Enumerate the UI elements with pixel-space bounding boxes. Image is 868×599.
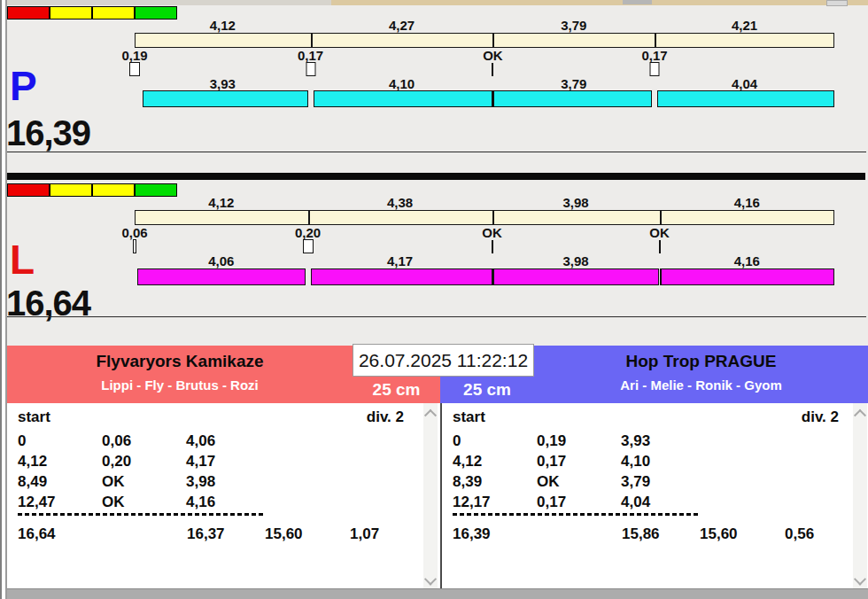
leg-bar-segment (492, 90, 652, 107)
split-time-top: 3,79 (561, 18, 586, 33)
table-cell: 0 (18, 432, 26, 450)
changeover-marker-box (306, 62, 315, 76)
table-cell: 0 (453, 432, 461, 450)
split-time-bottom: 4,16 (734, 253, 760, 268)
scroll-down-button[interactable] (423, 572, 438, 587)
leg-bar-segment (492, 268, 660, 285)
leg-bar-divider (660, 268, 662, 285)
window-bottom-strip (0, 588, 868, 599)
leg-bar-divider (655, 33, 656, 48)
scroll-up-button[interactable] (853, 405, 867, 419)
summary-cell: 1,07 (350, 525, 379, 543)
col-header-start: start (18, 408, 50, 426)
summary-cell: 16,39 (453, 525, 491, 543)
table-cell: 3,93 (621, 432, 650, 450)
table-cell: 0,19 (537, 432, 566, 450)
col-header-start: start (453, 408, 485, 426)
result-list-right[interactable]: startdiv. 200,193,934,120,174,108,39OK3,… (440, 403, 868, 588)
changeover-label: 0,17 (641, 48, 667, 63)
changeover-marker-box (303, 239, 314, 253)
chevron-down-icon (424, 573, 437, 586)
split-time-top: 4,12 (208, 195, 234, 210)
table-cell: OK (102, 494, 125, 511)
table-cell: 4,06 (186, 432, 215, 450)
leg-bar-segment (311, 268, 492, 285)
table-scrollbar[interactable] (853, 403, 867, 588)
table-cell: 12,17 (453, 494, 491, 511)
leg-bar-divider (660, 210, 662, 225)
split-time-bottom: 4,04 (732, 76, 757, 91)
changeover-marker-box (129, 62, 140, 76)
table-cell: 4,17 (186, 453, 215, 471)
split-time-bottom: 3,98 (562, 253, 588, 268)
table-cell: 0,06 (102, 432, 131, 450)
table-cell: 0,17 (537, 453, 566, 471)
table-scrollbar[interactable] (423, 403, 438, 588)
dashed-separator (453, 513, 699, 516)
table-cell: 0,17 (537, 494, 566, 511)
split-time-top: 3,98 (562, 195, 588, 210)
table-cell: 3,79 (621, 473, 650, 491)
changeover-label: OK (649, 225, 670, 240)
table-cell: 8,49 (18, 473, 47, 491)
table-cell: 4,10 (621, 453, 650, 471)
chevron-down-icon (854, 573, 866, 586)
leg-bar-total (135, 33, 834, 48)
table-cell: 4,12 (18, 453, 47, 471)
changeover-label: 0,20 (295, 225, 321, 240)
team-dogs: Ari - Melie - Ronik - Gyom (534, 377, 868, 393)
signal-light-yellow (92, 183, 135, 197)
chevron-up-icon (424, 409, 437, 422)
changeover-label: 0,06 (121, 225, 147, 240)
table-cell: 3,98 (186, 473, 215, 491)
changeover-marker-line (492, 240, 493, 253)
team-dogs: Lippi - Fly - Brutus - Rozi (7, 377, 353, 393)
team-name: Hop Trop PRAGUE (534, 352, 868, 371)
changeover-label: 0,19 (121, 48, 147, 63)
split-time-bottom: 3,93 (210, 76, 236, 91)
jump-height-left: 25 cm (353, 377, 440, 403)
summary-cell: 0,56 (785, 525, 814, 543)
signal-light-green (135, 6, 177, 19)
changeover-marker-box (133, 239, 136, 253)
leg-bar-segment (143, 90, 307, 107)
scroll-down-button[interactable] (853, 572, 867, 587)
changeover-label: 0,17 (298, 48, 323, 63)
changeover-label: OK (483, 48, 503, 63)
split-time-bottom: 4,06 (208, 253, 234, 268)
split-time-top: 4,16 (734, 195, 760, 210)
signal-light-yellow (50, 6, 92, 19)
leg-bar-divider (492, 90, 494, 107)
dashed-separator (18, 513, 264, 516)
leg-bar-segment (660, 268, 835, 285)
summary-cell: 16,37 (187, 525, 225, 543)
leg-bar-divider (308, 210, 310, 225)
result-list-left[interactable]: startdiv. 200,064,064,120,204,178,49OK3,… (7, 403, 440, 588)
table-cell: 0,20 (102, 453, 131, 471)
signal-light-yellow (92, 6, 135, 19)
split-time-top: 4,21 (732, 18, 757, 33)
flyball-timing-window: P 16,39 L 16,64 4,124,273,794,210,190,17… (0, 0, 868, 599)
scroll-up-button[interactable] (423, 405, 438, 419)
split-time-top: 4,27 (389, 18, 415, 33)
leg-bar-divider (492, 210, 494, 225)
split-time-bottom: 3,79 (561, 76, 586, 91)
changeover-label: OK (482, 225, 502, 240)
signal-light-red (7, 183, 50, 197)
split-time-bottom: 4,10 (389, 76, 415, 91)
changeover-marker-line (492, 63, 493, 76)
summary-cell: 15,86 (622, 525, 660, 543)
table-cell: 12,47 (18, 494, 56, 511)
table-cell: 4,12 (453, 453, 482, 471)
leg-bar-divider (311, 33, 313, 48)
col-header-division: div. 2 (787, 408, 839, 426)
leg-bar-divider (492, 33, 494, 48)
team-name: Flyvaryors Kamikaze (7, 352, 353, 371)
leg-bar-segment (314, 90, 493, 107)
jump-height-right: 25 cm (440, 377, 534, 403)
summary-cell: 15,60 (700, 525, 738, 543)
summary-cell: 16,64 (18, 525, 56, 543)
signal-light-yellow (50, 183, 92, 197)
changeover-marker-line (659, 240, 661, 253)
window-left-border (0, 0, 7, 599)
